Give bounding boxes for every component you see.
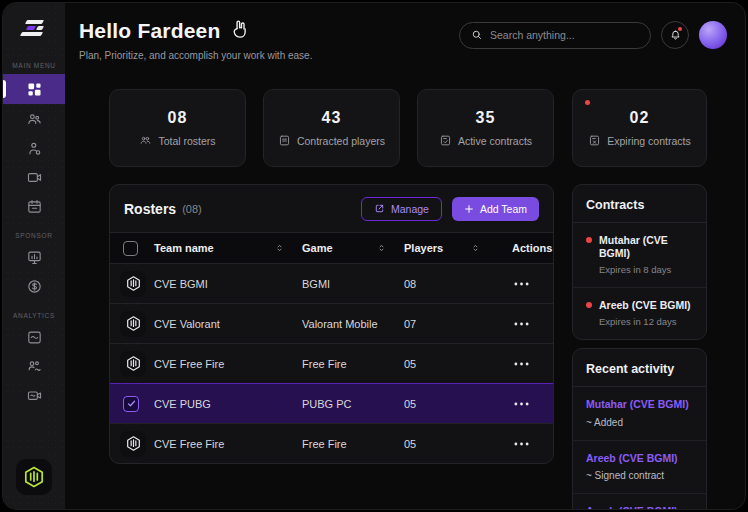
cell-players: 07 (404, 318, 498, 330)
cell-players: 08 (404, 278, 498, 290)
content: 08 Total rosters 43 (65, 61, 746, 510)
stat-value: 08 (168, 109, 188, 127)
cell-players: 05 (404, 358, 498, 370)
table-row[interactable]: CVE Valorant Valorant Mobile 07 (110, 303, 553, 343)
sidebar-item-teams[interactable] (3, 106, 65, 133)
column-actions: Actions (512, 242, 552, 254)
team-logo-icon (120, 431, 146, 457)
search-bar[interactable] (459, 22, 651, 49)
contract-expiry: Expires in 8 days (599, 264, 693, 275)
sidebar-item-players[interactable] (3, 135, 65, 162)
dashboard-grid-icon (26, 81, 43, 98)
contract-item[interactable]: Mutahar (CVE BGMI) Expires in 8 days (573, 223, 706, 287)
team-analytics-icon (26, 358, 43, 375)
page-subtitle: Plan, Prioritize, and accomplish your wo… (79, 50, 312, 61)
avatar[interactable] (699, 21, 727, 49)
app-window: MAIN MENU (2, 2, 746, 510)
sidebar-item-sponsor-stats[interactable] (3, 244, 65, 271)
activity-item[interactable]: Areeb (CVE BGMI) ~ Signed contract (573, 440, 706, 493)
media-icon (26, 169, 43, 186)
cell-game: PUBG PC (302, 398, 404, 410)
stat-label: Expiring contracts (607, 135, 690, 147)
stat-card-contracted-players: 43 Contracted players (263, 89, 400, 167)
sidebar-item-schedule[interactable] (3, 193, 65, 220)
rosters-title: Rosters (124, 201, 176, 217)
add-team-label: Add Team (480, 203, 527, 215)
row-actions-button[interactable] (498, 322, 553, 326)
manage-button[interactable]: Manage (361, 197, 442, 221)
topbar: Hello Fardeen Plan, Prioritize, and acco… (65, 3, 746, 61)
calendar-icon (26, 198, 43, 215)
sort-icon[interactable] (471, 242, 480, 254)
stat-card-active-contracts: 35 Active contracts (417, 89, 554, 167)
expiry-dot (586, 302, 592, 308)
activity-name: Areeb (CVE BGMI) (586, 505, 693, 510)
cell-game: Free Fire (302, 438, 404, 450)
sort-icon[interactable] (377, 242, 386, 254)
cell-team: CVE BGMI (154, 278, 302, 290)
recent-activity-title: Recent activity (573, 349, 706, 387)
team-logo-icon (120, 351, 146, 377)
rosters-people-icon (139, 134, 152, 147)
cell-players: 05 (404, 398, 498, 410)
table-row[interactable]: CVE Free Fire Free Fire 05 (110, 343, 553, 383)
contract-expiry: Expires in 12 days (599, 316, 693, 327)
stat-label: Total rosters (158, 135, 215, 147)
video-analytics-icon (26, 387, 43, 404)
alert-dot (585, 100, 590, 105)
row-actions-button[interactable] (498, 362, 553, 366)
row-actions-button[interactable] (498, 402, 553, 406)
contract-item[interactable]: Areeb (CVE BGMI) Expires in 12 days (573, 287, 706, 339)
sidebar-item-media[interactable] (3, 164, 65, 191)
rosters-panel: Rosters (08) Manage Add Tea (109, 184, 554, 464)
stat-card-expiring-contracts: 02 Expiring contracts (572, 89, 707, 167)
cell-team: CVE Free Fire (154, 438, 302, 450)
sidebar: MAIN MENU (3, 3, 65, 509)
notification-bell-button[interactable] (661, 21, 689, 49)
team-logo-icon (120, 311, 146, 337)
recent-activity-panel: Recent activity Mutahar (CVE BGMI) ~ Add… (572, 348, 707, 510)
contract-check-icon (439, 134, 452, 147)
contract-name: Mutahar (CVE BGMI) (599, 234, 693, 260)
external-link-icon (374, 203, 385, 214)
sidebar-item-finance[interactable] (3, 273, 65, 300)
select-all-checkbox[interactable] (123, 241, 138, 256)
esports-logo-icon (16, 15, 52, 45)
cell-team: CVE Free Fire (154, 358, 302, 370)
search-input[interactable] (490, 29, 639, 41)
row-checkbox-checked[interactable] (123, 396, 139, 412)
stat-card-total-rosters: 08 Total rosters (109, 89, 246, 167)
row-actions-button[interactable] (498, 282, 553, 286)
stat-value: 43 (322, 109, 342, 127)
sort-icon[interactable] (275, 242, 284, 254)
table-row[interactable]: CVE Free Fire Free Fire 05 (110, 423, 553, 463)
table-row-selected[interactable]: CVE PUBG PUBG PC 05 (110, 383, 553, 423)
cell-game: BGMI (302, 278, 404, 290)
cell-game: Free Fire (302, 358, 404, 370)
table-header: Team name Game Players Actions (110, 232, 553, 263)
activity-item[interactable]: Areeb (CVE BGMI) ~ Signed contract (573, 493, 706, 510)
cell-team: CVE Valorant (154, 318, 302, 330)
sidebar-section-analytics: ANALYTICS (13, 312, 55, 319)
stat-value: 02 (630, 109, 650, 127)
sidebar-item-team-analytics[interactable] (3, 353, 65, 380)
add-team-button[interactable]: Add Team (452, 197, 539, 221)
column-game: Game (302, 242, 333, 254)
cell-game: Valorant Mobile (302, 318, 404, 330)
sidebar-item-performance[interactable] (3, 324, 65, 351)
sidebar-item-video-analytics[interactable] (3, 382, 65, 409)
notification-dot (678, 27, 682, 31)
team-shield-logo (16, 459, 52, 495)
table-row[interactable]: CVE BGMI BGMI 08 (110, 263, 553, 303)
plus-icon (464, 204, 474, 214)
contract-doc-icon (278, 134, 291, 147)
activity-item[interactable]: Mutahar (CVE BGMI) ~ Added (573, 387, 706, 439)
activity-name: Mutahar (CVE BGMI) (586, 398, 693, 411)
team-logo-icon (120, 271, 146, 297)
teams-icon (26, 111, 43, 128)
row-actions-button[interactable] (498, 442, 553, 446)
player-icon (26, 140, 43, 157)
sidebar-section-sponsor: SPONSOR (15, 232, 52, 239)
expiry-dot (586, 237, 592, 243)
sidebar-item-dashboard[interactable] (3, 74, 65, 104)
